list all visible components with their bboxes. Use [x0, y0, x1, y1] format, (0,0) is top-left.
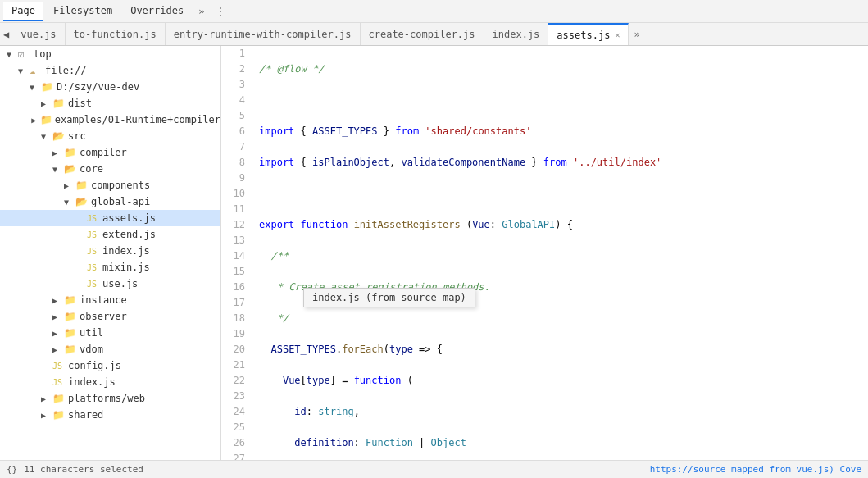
sidebar-item-dist[interactable]: ▶ 📁 dist — [0, 95, 220, 112]
sidebar-item-examples[interactable]: ▶ 📁 examples/01-Runtime+compiler — [0, 112, 220, 128]
code-line-2 — [259, 93, 861, 108]
arrow-icon: ▼ — [18, 66, 30, 75]
cloud-icon: ☁ — [30, 65, 43, 76]
sidebar-label-compiler: compiler — [80, 147, 127, 158]
sidebar-label-components: components — [91, 180, 150, 191]
sidebar-item-util[interactable]: ▶ 📁 util — [0, 325, 220, 341]
close-tab-icon[interactable]: ✕ — [615, 30, 620, 39]
js-file-icon: JS — [87, 247, 100, 256]
sidebar-label-dist: dist — [68, 98, 92, 109]
arrow-icon: ▼ — [7, 50, 18, 59]
sidebar: ▼ ☑ top ▼ ☁ file:// ▼ 📁 D:/szy/vue-dev — [0, 46, 221, 460]
folder-icon: 📁 — [40, 114, 52, 125]
sidebar-item-core[interactable]: ▼ 📂 core — [0, 161, 220, 177]
sidebar-label-extendjs: extend.js — [102, 229, 156, 240]
folder-open-icon: 📂 — [64, 163, 77, 175]
sidebar-label-shared: shared — [68, 409, 103, 421]
arrow-icon: ▶ — [31, 116, 39, 125]
folder-icon: 📁 — [64, 294, 77, 306]
sidebar-item-mixinjs[interactable]: JS mixin.js — [0, 259, 220, 275]
sidebar-item-instance[interactable]: ▶ 📁 instance — [0, 292, 220, 308]
selection-status: 11 characters selected — [24, 464, 143, 475]
more-file-tabs[interactable]: » — [629, 29, 644, 40]
checkbox-icon: ☑ — [18, 48, 31, 60]
arrow-icon: ▼ — [52, 165, 64, 174]
folder-icon: 📁 — [52, 409, 66, 421]
top-tabs: Page Filesystem Overrides » — [3, 2, 209, 21]
status-left: {} 11 characters selected — [7, 464, 143, 475]
sidebar-item-indexjs2[interactable]: JS index.js — [0, 374, 220, 390]
js-file-icon: JS — [52, 362, 66, 371]
arrow-icon: ▶ — [52, 329, 64, 338]
sidebar-label-util: util — [80, 327, 103, 339]
status-bar: {} 11 characters selected https://source… — [0, 460, 868, 478]
line-numbers: 12345 678910 1112131415 1617181920 21222… — [221, 46, 252, 460]
file-tab-assets[interactable]: assets.js ✕ — [548, 23, 629, 45]
tooltip: index.js (from source map) — [303, 288, 475, 307]
code-line-11: Vue[type] = function ( — [259, 373, 861, 389]
sidebar-label-file: file:// — [45, 65, 87, 76]
folder-open-icon: 📂 — [75, 196, 89, 207]
status-right: https://source mapped from vue.js) Cove — [650, 464, 861, 475]
code-content: 12345 678910 1112131415 1617181920 21222… — [221, 46, 868, 460]
tab-overrides[interactable]: Overrides — [122, 2, 192, 21]
tab-filesystem[interactable]: Filesystem — [45, 2, 120, 21]
file-tab-back[interactable]: ◀ — [0, 29, 12, 40]
sidebar-item-compiler[interactable]: ▶ 📁 compiler — [0, 144, 220, 161]
folder-icon: 📁 — [52, 98, 66, 109]
folder-icon: 📁 — [64, 147, 77, 158]
folder-icon: 📁 — [64, 327, 77, 339]
sidebar-label-mixinjs: mixin.js — [102, 262, 150, 273]
code-line-9: */ — [259, 311, 861, 326]
more-tabs-btn[interactable]: » — [193, 4, 209, 19]
code-lines[interactable]: /* @flow */ import { ASSET_TYPES } from … — [252, 46, 868, 460]
sidebar-item-indexjs[interactable]: JS index.js — [0, 243, 220, 259]
file-tab-vue[interactable]: vue.js — [12, 23, 65, 45]
code-line-7: /** — [259, 248, 861, 264]
tab-page[interactable]: Page — [3, 2, 43, 21]
app-container: Page Filesystem Overrides » ⋮ ◀ vue.js t… — [0, 0, 868, 478]
sidebar-item-src[interactable]: ▼ 📂 src — [0, 128, 220, 144]
file-tabs-bar: ◀ vue.js to-function.js entry-runtime-wi… — [0, 23, 868, 46]
js-file-icon: JS — [87, 214, 100, 223]
file-tab-createcompiler[interactable]: create-compiler.js — [361, 23, 484, 45]
sidebar-item-file[interactable]: ▼ ☁ file:// — [0, 62, 220, 79]
sidebar-item-configjs[interactable]: JS config.js — [0, 357, 220, 374]
sidebar-item-globalapi[interactable]: ▼ 📂 global-api — [0, 193, 220, 210]
sidebar-label-instance: instance — [80, 294, 127, 306]
sidebar-item-vdom[interactable]: ▶ 📁 vdom — [0, 341, 220, 357]
sidebar-item-top[interactable]: ▼ ☑ top — [0, 46, 220, 62]
code-line-3: import { ASSET_TYPES } from 'shared/cons… — [259, 124, 861, 139]
file-tab-tofunction[interactable]: to-function.js — [66, 23, 166, 45]
sidebar-item-assetsjs[interactable]: JS assets.js — [0, 210, 220, 226]
sidebar-item-platforms[interactable]: ▶ 📁 platforms/web — [0, 390, 220, 407]
arrow-icon: ▶ — [52, 345, 64, 354]
sidebar-label-globalapi: global-api — [91, 196, 150, 207]
dots-menu[interactable]: ⋮ — [211, 6, 230, 17]
code-line-10: ASSET_TYPES.forEach(type => { — [259, 342, 861, 357]
braces-icon: {} — [7, 464, 17, 475]
sidebar-label-indexjs2: index.js — [68, 376, 116, 388]
sidebar-item-usejs[interactable]: JS use.js — [0, 275, 220, 292]
code-line-6: export function initAssetRegisters (Vue:… — [259, 217, 861, 233]
arrow-icon: ▶ — [52, 296, 64, 305]
sidebar-label-vuedev: D:/szy/vue-dev — [57, 81, 139, 93]
arrow-icon: ▼ — [64, 198, 75, 207]
main-layout: ▼ ☑ top ▼ ☁ file:// ▼ 📁 D:/szy/vue-dev — [0, 46, 868, 460]
folder-icon: 📁 — [52, 393, 66, 404]
sidebar-item-extendjs[interactable]: JS extend.js — [0, 226, 220, 243]
sidebar-label-observer: observer — [80, 311, 127, 322]
sidebar-item-observer[interactable]: ▶ 📁 observer — [0, 308, 220, 325]
sidebar-item-shared[interactable]: ▶ 📁 shared — [0, 407, 220, 423]
sidebar-item-vuedev[interactable]: ▼ 📁 D:/szy/vue-dev — [0, 79, 220, 95]
folder-icon: 📁 — [64, 344, 77, 355]
code-editor[interactable]: 12345 678910 1112131415 1617181920 21222… — [221, 46, 868, 460]
tooltip-text: index.js (from source map) — [312, 292, 466, 303]
arrow-icon: ▶ — [52, 148, 64, 157]
sidebar-item-components[interactable]: ▶ 📁 components — [0, 177, 220, 193]
file-tab-index[interactable]: index.js — [484, 23, 549, 45]
file-tab-entry[interactable]: entry-runtime-with-compiler.js — [166, 23, 361, 45]
sidebar-label-vdom: vdom — [80, 344, 103, 355]
code-line-5 — [259, 186, 861, 202]
js-file-icon: JS — [87, 230, 100, 239]
